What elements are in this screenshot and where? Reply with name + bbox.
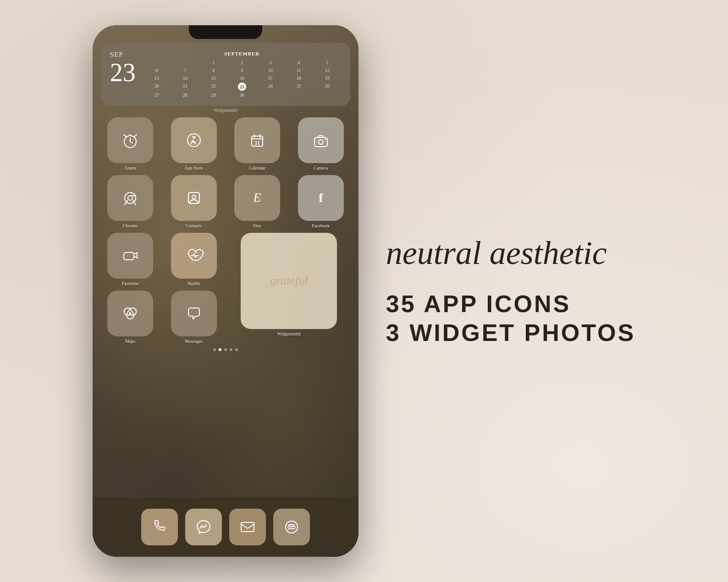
app-icon-chrome[interactable]: Chrome xyxy=(101,175,160,228)
page-layout: SEP 23 SEPTEMBER 1 2 3 4 5 xyxy=(93,25,635,557)
cal-cell: 6 xyxy=(143,67,171,74)
cal-cell: 12 xyxy=(314,67,341,74)
chrome-icon-box xyxy=(107,175,153,221)
app-icon-etsy[interactable]: E Etsy xyxy=(228,175,287,228)
cal-cell: 17 xyxy=(257,75,284,82)
svg-point-16 xyxy=(286,521,298,533)
cal-cell: 29 xyxy=(200,92,227,99)
app-icon-facebook[interactable]: f Facebook xyxy=(291,175,350,228)
dock-icon-messenger[interactable] xyxy=(185,509,222,545)
camera-label: Camera xyxy=(314,165,328,170)
svg-rect-15 xyxy=(241,522,254,532)
calendar-left: SEP 23 xyxy=(110,51,136,85)
grateful-widget-container: grateful Widgetsmith xyxy=(228,233,350,344)
app-grid-row1: Alarm App Store xyxy=(101,117,350,170)
messages-icon-box xyxy=(171,291,217,336)
svg-point-6 xyxy=(325,139,326,140)
dock-icon-phone[interactable] xyxy=(141,509,178,545)
page-dots xyxy=(101,348,350,351)
calendar-day: 23 xyxy=(110,60,136,85)
stats-line-widgets: 3 WIDGET PHOTOS xyxy=(386,318,635,347)
etsy-icon-box: E xyxy=(234,175,280,221)
svg-text:E: E xyxy=(253,190,261,204)
cal-cell: 19 xyxy=(314,75,341,82)
calendar-month-full: SEPTEMBER xyxy=(143,51,341,56)
calendar-label: Calendar xyxy=(249,165,265,170)
app-icon-contacts[interactable]: Contacts xyxy=(164,175,223,228)
health-icon-box xyxy=(171,233,217,279)
cal-cell: 7 xyxy=(171,67,199,74)
cal-cell: 14 xyxy=(171,75,199,82)
calendar-right: SEPTEMBER 1 2 3 4 5 6 7 xyxy=(143,51,341,99)
facebook-label: Facebook xyxy=(312,223,330,228)
cal-cell: 10 xyxy=(257,67,284,74)
app-icon-health[interactable]: Health xyxy=(164,233,223,286)
svg-text:31: 31 xyxy=(254,140,260,146)
cal-cell: 30 xyxy=(228,92,256,99)
dock-icon-mail[interactable] xyxy=(229,509,266,545)
cal-cell: 4 xyxy=(285,59,313,66)
widgetsmith-label: Widgetsmith xyxy=(277,331,301,336)
cal-cell xyxy=(171,59,199,66)
stats-text: 35 APP ICONS 3 WIDGET PHOTOS xyxy=(386,290,635,347)
grateful-text: grateful xyxy=(270,274,308,288)
cal-cell: 24 xyxy=(257,82,284,91)
app-grid-mixed: Facetime Health xyxy=(101,233,350,344)
app-icon-appstore[interactable]: App Store xyxy=(164,117,223,170)
svg-point-14 xyxy=(129,313,132,315)
page-dot-5 xyxy=(235,348,238,351)
app-icon-camera[interactable]: Camera xyxy=(291,117,350,170)
cal-cell: 20 xyxy=(143,82,171,91)
calendar-icon-box: 31 xyxy=(234,117,280,163)
app-grid-row2: Chrome Contacts xyxy=(101,175,350,228)
cal-cell: 26 xyxy=(314,82,341,91)
cal-cell: 21 xyxy=(171,82,199,91)
appstore-label: App Store xyxy=(184,165,203,170)
cal-cell: 18 xyxy=(285,75,313,82)
cal-cell: 25 xyxy=(285,82,313,91)
stats-line-icons: 35 APP ICONS xyxy=(386,290,635,318)
calendar-month-short: SEP xyxy=(110,51,136,59)
app-icon-maps[interactable]: Maps xyxy=(101,291,160,344)
cal-cell: 3 xyxy=(257,59,284,66)
right-panel: neutral aesthetic 35 APP ICONS 3 WIDGET … xyxy=(386,235,635,347)
contacts-label: Contacts xyxy=(186,223,202,228)
health-label: Health xyxy=(188,281,200,286)
cal-cell-today: 23 xyxy=(238,82,246,91)
app-icon-facetime[interactable]: Facetime xyxy=(101,233,160,286)
alarm-icon-box xyxy=(107,117,153,163)
grateful-widget: grateful xyxy=(241,233,337,329)
cal-cell: 1 xyxy=(200,59,227,66)
app-icon-calendar[interactable]: 31 Calendar xyxy=(228,117,287,170)
page-dot-2 xyxy=(219,348,221,351)
calendar-grid: 1 2 3 4 5 6 7 8 9 10 11 12 xyxy=(143,59,341,99)
page-dot-4 xyxy=(230,348,232,351)
widget-label: Widgetsmith xyxy=(101,108,350,113)
cal-cell: 27 xyxy=(143,92,171,99)
svg-point-10 xyxy=(192,195,196,199)
title-line1: neutral aesthetic xyxy=(386,235,607,271)
messages-label: Messages xyxy=(185,339,203,344)
cal-cell: 16 xyxy=(228,75,256,82)
maps-icon-box xyxy=(107,291,153,336)
dock-icon-spotify[interactable] xyxy=(273,509,310,545)
etsy-label: Etsy xyxy=(253,223,261,228)
svg-rect-13 xyxy=(124,253,134,260)
cal-cell: 5 xyxy=(314,59,341,66)
script-title: neutral aesthetic xyxy=(386,235,635,271)
screen-content: SEP 23 SEPTEMBER 1 2 3 4 5 xyxy=(93,39,358,351)
cal-cell: 15 xyxy=(200,75,227,82)
facebook-icon-box: f xyxy=(298,175,344,221)
app-icon-alarm[interactable]: Alarm xyxy=(101,117,160,170)
svg-point-8 xyxy=(128,196,132,200)
cal-cell: 9 xyxy=(228,67,256,74)
cal-cell: 2 xyxy=(228,59,256,66)
dock xyxy=(93,497,358,557)
phone-mockup: SEP 23 SEPTEMBER 1 2 3 4 5 xyxy=(93,25,358,557)
cal-cell: 22 xyxy=(200,82,227,91)
calendar-widget[interactable]: SEP 23 SEPTEMBER 1 2 3 4 5 xyxy=(101,43,350,106)
cal-cell xyxy=(143,59,171,66)
page-dot-1 xyxy=(213,348,216,351)
app-icon-messages[interactable]: Messages xyxy=(164,291,223,344)
svg-point-1 xyxy=(188,134,200,147)
